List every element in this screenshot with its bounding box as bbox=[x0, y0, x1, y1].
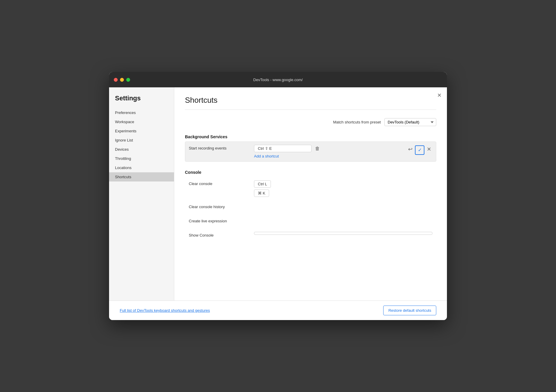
restore-defaults-button[interactable]: Restore default shortcuts bbox=[383, 306, 436, 315]
section-title-background-services: Background Services bbox=[185, 134, 436, 139]
key-row-add-shortcut: Add a shortcut bbox=[254, 154, 407, 158]
main-content: ✕ Shortcuts Match shortcuts from preset … bbox=[174, 87, 447, 301]
shortcut-row-clear-history: Clear console history bbox=[185, 200, 436, 214]
app-window: DevTools - www.google.com/ Settings Pref… bbox=[109, 72, 447, 320]
maximize-window-button[interactable] bbox=[126, 78, 130, 82]
key-row-clear-console-2: ⌘ K bbox=[254, 189, 432, 197]
content-area: Settings Preferences Workspace Experimen… bbox=[109, 87, 447, 301]
title-divider bbox=[185, 110, 436, 110]
sidebar-title: Settings bbox=[109, 94, 174, 108]
confirm-button[interactable]: ✓ bbox=[415, 145, 424, 155]
shortcut-row-start-recording: Start recording events 🗑 Add a shortcut bbox=[185, 142, 436, 162]
shortcut-row-show-console: Show Console bbox=[185, 229, 436, 243]
key-input-start-recording[interactable] bbox=[254, 145, 311, 152]
devtools-shortcuts-link[interactable]: Full list of DevTools keyboard shortcuts… bbox=[120, 308, 210, 313]
key-badge-show-console bbox=[254, 232, 432, 235]
shortcut-keys-show-console bbox=[254, 232, 432, 235]
key-row-clear-console-1: Ctrl L bbox=[254, 180, 432, 188]
shortcut-keys-start-recording: 🗑 Add a shortcut bbox=[254, 145, 407, 158]
sidebar-item-workspace[interactable]: Workspace bbox=[109, 117, 174, 126]
section-title-console: Console bbox=[185, 170, 436, 175]
shortcut-name-clear-history: Clear console history bbox=[189, 203, 254, 209]
shortcut-table-console: Clear console Ctrl L ⌘ K Clear consol bbox=[185, 177, 436, 243]
shortcut-row-live-expression: Create live expression bbox=[185, 214, 436, 229]
preset-select[interactable]: DevTools (Default) Visual Studio Code bbox=[384, 118, 436, 126]
sidebar-item-preferences[interactable]: Preferences bbox=[109, 108, 174, 117]
sidebar-item-shortcuts[interactable]: Shortcuts bbox=[109, 172, 174, 181]
preset-label: Match shortcuts from preset bbox=[333, 120, 381, 124]
undo-button[interactable]: ↩ bbox=[407, 145, 414, 153]
sidebar-item-throttling[interactable]: Throttling bbox=[109, 154, 174, 163]
key-badge-cmd-k: ⌘ K bbox=[254, 189, 269, 197]
add-shortcut-link[interactable]: Add a shortcut bbox=[254, 154, 279, 158]
sidebar-item-experiments[interactable]: Experiments bbox=[109, 126, 174, 136]
row-end-actions: ↩ ✓ ✕ bbox=[407, 145, 432, 155]
delete-shortcut-button[interactable]: 🗑 bbox=[314, 145, 321, 152]
shortcut-row-clear-console: Clear console Ctrl L ⌘ K bbox=[185, 177, 436, 200]
window-controls bbox=[114, 78, 130, 82]
sidebar-item-ignore-list[interactable]: Ignore List bbox=[109, 136, 174, 145]
titlebar: DevTools - www.google.com/ bbox=[109, 72, 447, 87]
footer: Full list of DevTools keyboard shortcuts… bbox=[109, 301, 447, 320]
shortcut-table-background-services: Start recording events 🗑 Add a shortcut bbox=[185, 142, 436, 162]
preset-row: Match shortcuts from preset DevTools (De… bbox=[185, 118, 436, 126]
page-title: Shortcuts bbox=[185, 96, 436, 105]
shortcut-name-show-console: Show Console bbox=[189, 232, 254, 237]
shortcut-name-start-recording: Start recording events bbox=[189, 145, 254, 150]
close-button[interactable]: ✕ bbox=[437, 93, 442, 98]
window-title: DevTools - www.google.com/ bbox=[253, 78, 303, 82]
shortcut-name-clear-console: Clear console bbox=[189, 180, 254, 186]
shortcut-keys-clear-console: Ctrl L ⌘ K bbox=[254, 180, 432, 197]
key-badge-ctrl-l: Ctrl L bbox=[254, 180, 271, 188]
minimize-window-button[interactable] bbox=[120, 78, 124, 82]
shortcut-name-live-expression: Create live expression bbox=[189, 218, 254, 223]
cancel-edit-button[interactable]: ✕ bbox=[426, 145, 432, 153]
sidebar-item-locations[interactable]: Locations bbox=[109, 163, 174, 172]
key-row-start-recording-1: 🗑 bbox=[254, 145, 407, 152]
close-window-button[interactable] bbox=[114, 78, 118, 82]
sidebar-item-devices[interactable]: Devices bbox=[109, 145, 174, 154]
sidebar: Settings Preferences Workspace Experimen… bbox=[109, 87, 174, 301]
